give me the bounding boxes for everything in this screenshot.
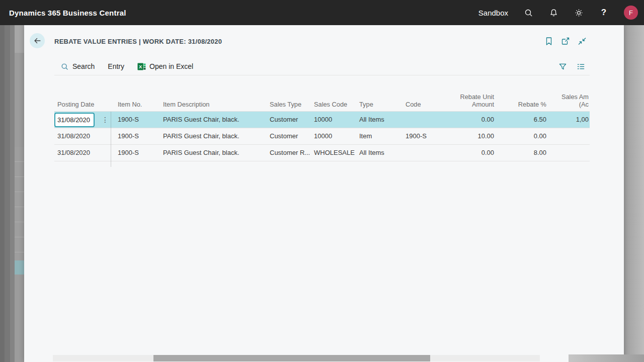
table-row[interactable]: 31/08/2020 ⋮ 1900-S PARIS Guest Chair, b…: [54, 112, 590, 128]
first-column-divider: [111, 112, 111, 167]
dimmed-bg-selected-row: [15, 260, 24, 275]
col-posting-date[interactable]: Posting Date: [54, 101, 111, 111]
item-no-cell[interactable]: 1900-S: [111, 128, 159, 144]
type-cell[interactable]: All Items: [355, 145, 401, 161]
rebate-pct-cell[interactable]: 6.50: [495, 112, 547, 128]
topbar-actions: Sandbox ? F: [478, 6, 638, 20]
row-options-icon[interactable]: ⋮: [101, 112, 109, 128]
item-no-cell[interactable]: 1900-S: [111, 112, 159, 128]
col-sales-amount[interactable]: Sales Am (Ac: [547, 93, 590, 111]
svg-text:X: X: [139, 63, 142, 69]
top-bar: Dynamics 365 Business Central Sandbox ? …: [0, 0, 644, 25]
table-row[interactable]: 31/08/2020 1900-S PARIS Guest Chair, bla…: [54, 145, 590, 161]
posting-date-cell[interactable]: 31/08/2020: [54, 145, 111, 161]
code-cell[interactable]: [401, 112, 452, 128]
page-title: REBATE VALUE ENTRIES | WORK DATE: 31/08/…: [54, 38, 222, 45]
list-view-icon[interactable]: [576, 62, 586, 71]
search-icon[interactable]: [523, 8, 533, 18]
environment-label[interactable]: Sandbox: [478, 9, 508, 17]
open-in-excel-label: Open in Excel: [149, 62, 193, 70]
sales-code-cell[interactable]: WHOLESALE: [310, 145, 355, 161]
dimmed-background-corner: [569, 354, 644, 362]
excel-icon: X: [137, 62, 146, 71]
col-rebate-pct[interactable]: Rebate %: [495, 101, 547, 111]
col-code[interactable]: Code: [401, 101, 452, 111]
posting-date-input[interactable]: 31/08/2020: [54, 113, 95, 127]
gear-icon[interactable]: [574, 8, 584, 18]
sales-type-cell[interactable]: Customer: [266, 128, 310, 144]
col-item-no[interactable]: Item No.: [111, 101, 159, 111]
popout-icon[interactable]: [560, 36, 571, 46]
horizontal-scrollbar[interactable]: [53, 355, 540, 361]
view-controls: [558, 62, 586, 71]
command-bar: Search Entry X Open in Excel: [54, 58, 590, 75]
col-item-description[interactable]: Item Description: [159, 101, 266, 111]
col-sales-code[interactable]: Sales Code: [310, 101, 355, 111]
rebate-entries-table: 31/08/2020 ⋮ 1900-S PARIS Guest Chair, b…: [54, 112, 590, 161]
col-type[interactable]: Type: [355, 101, 401, 111]
rebate-pct-cell[interactable]: 0.00: [495, 128, 547, 144]
back-button[interactable]: [30, 33, 45, 48]
sales-code-cell[interactable]: 10000: [310, 112, 355, 128]
rebate-value-entries-page: REBATE VALUE ENTRIES | WORK DATE: 31/08/…: [24, 25, 624, 362]
rebate-unit-amount-cell[interactable]: 10.00: [452, 128, 495, 144]
open-in-excel-command[interactable]: X Open in Excel: [137, 62, 193, 71]
dimmed-background-right: [624, 25, 644, 362]
rebate-unit-amount-cell[interactable]: 0.00: [452, 112, 495, 128]
item-description-cell[interactable]: PARIS Guest Chair, black.: [159, 145, 266, 161]
rebate-pct-cell[interactable]: 8.00: [495, 145, 547, 161]
page-header-icons: [544, 36, 587, 46]
entry-menu[interactable]: Entry: [108, 62, 124, 70]
sales-type-cell[interactable]: Customer R...: [266, 145, 310, 161]
bell-icon[interactable]: [548, 8, 558, 18]
avatar[interactable]: F: [624, 6, 638, 20]
item-no-cell[interactable]: 1900-S: [111, 145, 159, 161]
collapse-icon[interactable]: [577, 36, 587, 46]
item-description-cell[interactable]: PARIS Guest Chair, black.: [159, 112, 266, 128]
sales-amount-cell[interactable]: [547, 145, 590, 161]
posting-date-cell[interactable]: 31/08/2020: [54, 128, 111, 144]
code-cell[interactable]: 1900-S: [401, 128, 452, 144]
col-rebate-unit-amount[interactable]: Rebate Unit Amount: [452, 93, 495, 111]
item-description-cell[interactable]: PARIS Guest Chair, black.: [159, 128, 266, 144]
table-header-row: Posting Date Item No. Item Description S…: [54, 90, 590, 112]
sales-amount-cell[interactable]: [547, 128, 590, 144]
sales-code-cell[interactable]: 10000: [310, 128, 355, 144]
app-title: Dynamics 365 Business Central: [9, 9, 126, 17]
sales-type-cell[interactable]: Customer: [266, 112, 310, 128]
filter-icon[interactable]: [558, 62, 568, 71]
rebate-unit-amount-cell[interactable]: 0.00: [452, 145, 495, 161]
type-cell[interactable]: All Items: [355, 112, 401, 128]
code-cell[interactable]: [401, 145, 452, 161]
table-row[interactable]: 31/08/2020 1900-S PARIS Guest Chair, bla…: [54, 128, 590, 145]
horizontal-scrollbar-thumb[interactable]: [153, 355, 430, 361]
type-cell[interactable]: Item: [355, 128, 401, 144]
col-sales-type[interactable]: Sales Type: [266, 101, 310, 111]
help-icon[interactable]: ?: [599, 8, 609, 18]
dimmed-bg-rows: [15, 147, 24, 262]
search-command-label: Search: [72, 62, 95, 70]
bookmark-icon[interactable]: [544, 36, 554, 46]
search-command[interactable]: Search: [60, 62, 95, 71]
dimmed-bg-header: [15, 25, 24, 53]
sales-amount-cell[interactable]: 1,00: [547, 112, 590, 128]
entry-menu-label: Entry: [108, 62, 124, 70]
dimmed-background-left: [0, 25, 24, 362]
posting-date-cell: 31/08/2020 ⋮: [54, 112, 111, 128]
